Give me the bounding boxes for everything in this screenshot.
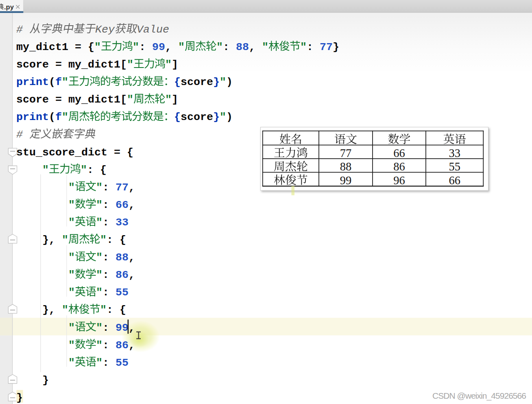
svg-text:": " bbox=[165, 94, 172, 106]
svg-text:{: { bbox=[120, 304, 126, 316]
svg-text:score: score bbox=[181, 76, 213, 88]
svg-text:print: print bbox=[16, 111, 49, 123]
svg-text:,: , bbox=[129, 251, 135, 264]
svg-text:": " bbox=[94, 41, 101, 53]
svg-text:96: 96 bbox=[393, 174, 405, 187]
svg-text:": " bbox=[68, 357, 75, 369]
svg-text:99: 99 bbox=[152, 41, 165, 53]
svg-text:print: print bbox=[16, 76, 49, 88]
svg-text:): ) bbox=[226, 76, 233, 88]
svg-text:": " bbox=[96, 251, 102, 264]
svg-text:,: , bbox=[129, 181, 135, 194]
svg-text:": " bbox=[68, 286, 75, 299]
svg-text:,: , bbox=[129, 269, 135, 281]
svg-text:99: 99 bbox=[340, 174, 352, 187]
svg-text::: : bbox=[102, 339, 109, 352]
svg-text:f: f bbox=[55, 111, 62, 123]
svg-text::: : bbox=[102, 251, 109, 264]
svg-text:99: 99 bbox=[116, 322, 129, 334]
svg-text:": " bbox=[62, 111, 68, 123]
svg-text::: : bbox=[102, 286, 109, 299]
svg-text:66: 66 bbox=[116, 199, 129, 211]
svg-text:": " bbox=[165, 59, 172, 71]
svg-text:": " bbox=[96, 181, 102, 194]
svg-text:": " bbox=[127, 94, 133, 106]
svg-text:66: 66 bbox=[449, 174, 460, 187]
svg-text:score = my_dict1[: score = my_dict1[ bbox=[16, 59, 127, 71]
svg-text:77: 77 bbox=[320, 41, 333, 53]
svg-text:": " bbox=[100, 234, 107, 246]
svg-text:": " bbox=[68, 339, 75, 352]
svg-text:66: 66 bbox=[393, 147, 405, 159]
svg-text:33: 33 bbox=[449, 147, 460, 159]
svg-text:score = my_dict1[: score = my_dict1[ bbox=[16, 94, 127, 106]
svg-text:": " bbox=[96, 216, 102, 229]
svg-text:CSDN @weixin_45926566: CSDN @weixin_45926566 bbox=[432, 391, 526, 401]
svg-text::: : bbox=[87, 164, 94, 176]
svg-text:33: 33 bbox=[116, 216, 129, 229]
svg-text::: : bbox=[223, 41, 229, 53]
svg-text:,: , bbox=[249, 41, 255, 53]
svg-text:score: score bbox=[181, 111, 213, 123]
svg-text:}: } bbox=[42, 374, 49, 387]
svg-text:": " bbox=[96, 322, 102, 334]
svg-text::: : bbox=[102, 322, 109, 334]
svg-text:#: # bbox=[16, 24, 23, 36]
svg-text:55: 55 bbox=[116, 357, 129, 369]
svg-text:,: , bbox=[165, 41, 172, 53]
svg-text:,: , bbox=[129, 339, 135, 352]
svg-text:86: 86 bbox=[116, 339, 129, 352]
svg-text::: : bbox=[107, 304, 113, 316]
svg-text:": " bbox=[216, 41, 223, 53]
svg-text:f: f bbox=[55, 76, 62, 88]
svg-text::: : bbox=[102, 357, 109, 369]
svg-text:": " bbox=[62, 76, 68, 88]
svg-text:": " bbox=[68, 216, 75, 229]
svg-text:77: 77 bbox=[340, 147, 352, 159]
svg-text::: : bbox=[102, 199, 109, 211]
svg-text:(: ( bbox=[49, 76, 55, 88]
svg-text:": " bbox=[96, 339, 102, 352]
svg-text:}: } bbox=[213, 76, 220, 88]
svg-text:": " bbox=[96, 357, 102, 369]
svg-text:.py: .py bbox=[4, 3, 14, 11]
svg-text:,: , bbox=[129, 199, 135, 211]
svg-text:Key: Key bbox=[95, 24, 115, 36]
svg-text:77: 77 bbox=[116, 181, 129, 194]
svg-text:86: 86 bbox=[393, 160, 405, 173]
svg-text::: : bbox=[107, 234, 113, 246]
svg-text:": " bbox=[68, 251, 75, 264]
svg-text:": " bbox=[42, 164, 49, 176]
svg-text:": " bbox=[68, 181, 75, 194]
svg-text::: : bbox=[139, 41, 146, 53]
svg-text:}: } bbox=[333, 41, 339, 53]
svg-text:): ) bbox=[226, 111, 233, 123]
svg-text:Value: Value bbox=[137, 24, 169, 36]
svg-text:": " bbox=[127, 59, 133, 71]
svg-text:55: 55 bbox=[116, 286, 129, 299]
svg-text:": " bbox=[96, 269, 102, 281]
svg-text:": " bbox=[68, 199, 75, 211]
svg-text:]: ] bbox=[172, 94, 178, 106]
svg-text:},: }, bbox=[42, 234, 55, 246]
svg-text:86: 86 bbox=[116, 269, 129, 281]
svg-text:(: ( bbox=[49, 111, 55, 123]
svg-text:,: , bbox=[129, 322, 135, 334]
svg-text:": " bbox=[68, 269, 75, 281]
svg-text:]: ] bbox=[172, 59, 178, 71]
svg-text:},: }, bbox=[42, 304, 55, 316]
svg-text:": " bbox=[62, 304, 68, 316]
svg-text::: : bbox=[102, 181, 109, 194]
svg-text:": " bbox=[96, 286, 102, 299]
svg-text:": " bbox=[62, 234, 68, 246]
svg-text:": " bbox=[81, 164, 87, 176]
svg-text::: : bbox=[102, 216, 109, 229]
svg-text:": " bbox=[68, 322, 75, 334]
svg-text:}: } bbox=[16, 392, 23, 404]
svg-text:stu_score_dict = {: stu_score_dict = { bbox=[16, 146, 133, 159]
svg-text:88: 88 bbox=[340, 160, 352, 173]
svg-text:": " bbox=[300, 41, 307, 53]
svg-text:88: 88 bbox=[116, 251, 129, 264]
svg-text::: : bbox=[102, 269, 109, 281]
svg-text:{: { bbox=[174, 111, 181, 123]
